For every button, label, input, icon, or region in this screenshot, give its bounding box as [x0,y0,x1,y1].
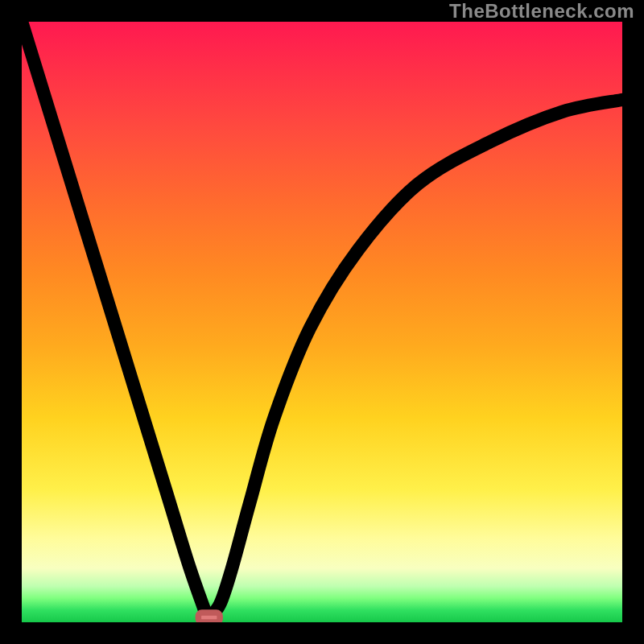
plot-area [22,22,622,622]
bottleneck-curve [22,22,622,619]
chart-stage: TheBottleneck.com [0,0,644,644]
watermark-text: TheBottleneck.com [449,0,634,23]
plot-svg [22,22,622,622]
optimum-marker [198,613,220,622]
